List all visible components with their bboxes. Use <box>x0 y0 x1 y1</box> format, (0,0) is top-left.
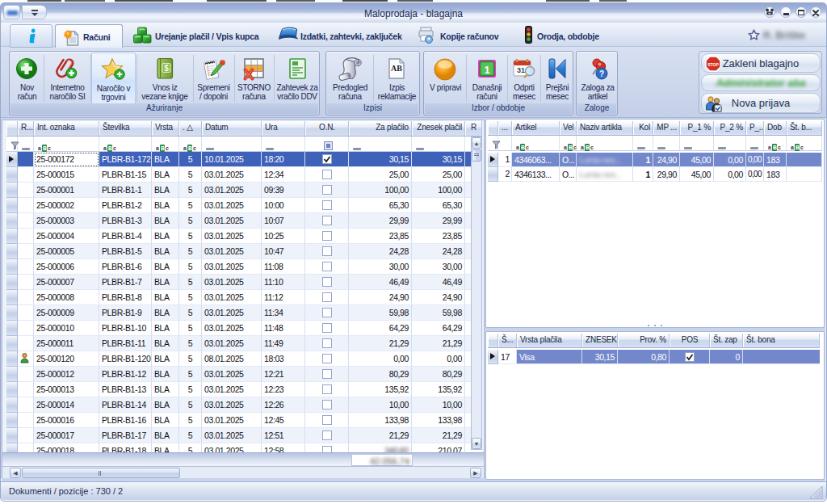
svg-text:STOP: STOP <box>707 62 719 67</box>
svg-text:31: 31 <box>517 66 525 74</box>
svg-text:$: $ <box>164 64 169 73</box>
svg-text:1: 1 <box>484 64 489 76</box>
svg-text:?: ? <box>599 69 604 78</box>
svg-text:AB: AB <box>391 64 402 73</box>
